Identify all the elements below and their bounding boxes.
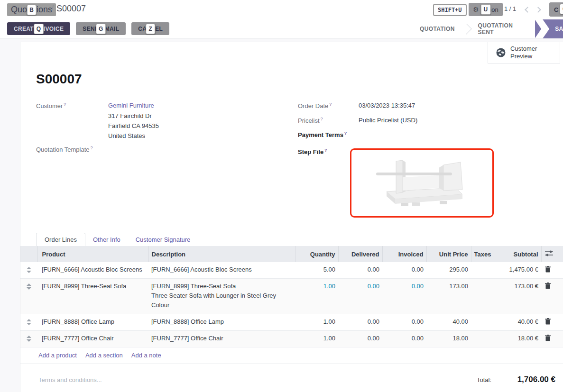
notebook-tabs: Order Lines Other Info Customer Signatur… (20, 232, 563, 246)
cell-delivered[interactable]: 0.00 (338, 314, 382, 331)
column-header-unit-price[interactable]: Unit Price (426, 246, 471, 262)
cell-quantity[interactable]: 1.00 (295, 331, 338, 347)
cell-taxes[interactable] (471, 331, 494, 347)
breadcrumb-quotations[interactable]: Quotations B (7, 3, 56, 16)
notebook: Order Lines Other Info Customer Signatur… (20, 232, 563, 392)
quotation-template-label: Quotation Template? (36, 146, 108, 153)
cell-quantity[interactable]: 1.00 (295, 279, 338, 314)
step-file-image[interactable] (350, 148, 494, 218)
tab-order-lines[interactable]: Order Lines (36, 233, 85, 246)
keyboard-hint-cutoff: C (560, 4, 563, 14)
delete-row-icon[interactable] (541, 314, 563, 331)
add-a-note-link[interactable]: Add a note (131, 352, 161, 359)
help-icon: ? (344, 131, 347, 136)
address-line: United States (108, 131, 159, 141)
delete-row-icon[interactable] (541, 279, 563, 314)
cell-delivered[interactable]: 0.00 (338, 331, 382, 347)
pricelist-label: Pricelist? (298, 117, 359, 124)
optional-columns-header (541, 246, 563, 262)
cell-taxes[interactable] (471, 262, 494, 279)
cell-description[interactable]: [FURN_6666] Acoustic Bloc Screens (148, 262, 295, 279)
cell-subtotal: 40.00 € (494, 314, 541, 331)
cell-taxes[interactable] (471, 314, 494, 331)
cell-product[interactable]: [FURN_8888] Office Lamp (37, 314, 148, 331)
step-file-field-row: Step File? (298, 148, 327, 155)
total-box: Total: 1,706.00 € (477, 369, 555, 384)
status-step-quotation[interactable]: QUOTATION (413, 26, 462, 32)
order-lines-table: Product Description Quantity Delivered I… (20, 246, 563, 347)
delete-row-icon[interactable] (541, 262, 563, 279)
pager-previous-icon[interactable] (525, 7, 531, 13)
cell-description[interactable]: [FURN_7777] Office Chair (148, 331, 295, 347)
handle-column-header (20, 246, 37, 262)
breadcrumb: /S00007 (51, 4, 86, 14)
pricelist-value[interactable]: Public Pricelist (USD) (359, 117, 417, 124)
column-header-description[interactable]: Description (148, 246, 295, 262)
column-header-invoiced[interactable]: Invoiced (382, 246, 426, 262)
total-value: 1,706.00 € (517, 375, 555, 384)
cell-delivered[interactable]: 0.00 (338, 262, 382, 279)
column-header-taxes[interactable]: Taxes (471, 246, 494, 262)
cell-unit-price[interactable]: 40.00 (426, 314, 471, 331)
cell-product[interactable]: [FURN_6666] Acoustic Bloc Screens (37, 262, 148, 279)
column-header-product[interactable]: Product (37, 246, 148, 262)
action-menu-button[interactable]: ⚙ Action U (469, 3, 503, 16)
table-row: [FURN_8888] Office Lamp [FURN_8888] Offi… (20, 314, 563, 331)
status-step-quotation-sent[interactable]: QUOTATION SENT (471, 22, 530, 36)
add-a-product-link[interactable]: Add a product (38, 352, 77, 359)
cutoff-button[interactable]: C C (549, 2, 563, 17)
step-file-label: Step File? (298, 148, 327, 155)
total-label: Total: (477, 376, 491, 383)
optional-columns-icon[interactable] (545, 249, 554, 257)
customer-field-row: Customer? Gemini Furniture 317 Fairchild… (36, 102, 159, 141)
help-icon: ? (91, 146, 93, 150)
cell-product[interactable]: [FURN_8999] Three-Seat Sofa (37, 279, 148, 314)
drag-handle-icon[interactable] (20, 314, 37, 331)
cell-delivered[interactable]: 0.00 (338, 279, 382, 314)
cell-product[interactable]: [FURN_7777] Office Chair (37, 331, 148, 347)
customer-value: Gemini Furniture 317 Fairchild Dr Fairfi… (108, 102, 159, 141)
cell-unit-price[interactable]: 295.00 (426, 262, 471, 279)
cell-quantity[interactable]: 5.00 (295, 262, 338, 279)
tab-other-info[interactable]: Other Info (85, 233, 128, 246)
table-header-row: Product Description Quantity Delivered I… (20, 246, 563, 262)
keyboard-hint-action: U (481, 4, 491, 15)
cell-taxes[interactable] (471, 279, 494, 314)
send-email-button[interactable]: SEND EMAIL G (76, 22, 126, 35)
table-row: [FURN_7777] Office Chair [FURN_7777] Off… (20, 331, 563, 347)
cell-invoiced[interactable]: 0.00 (382, 279, 426, 314)
cell-quantity[interactable]: 1.00 (295, 314, 338, 331)
cell-invoiced[interactable]: 0.00 (382, 331, 426, 347)
cell-invoiced[interactable]: 0.00 (382, 262, 426, 279)
cell-description[interactable]: [FURN_8888] Office Lamp (148, 314, 295, 331)
drag-handle-icon[interactable] (20, 279, 37, 314)
drag-handle-icon[interactable] (20, 331, 37, 347)
cell-unit-price[interactable]: 18.00 (426, 331, 471, 347)
breadcrumb-current: S00007 (56, 4, 86, 13)
payment-terms-label: Payment Terms? (298, 131, 359, 138)
cancel-button[interactable]: CANCEL Z (131, 22, 169, 35)
column-header-quantity[interactable]: Quantity (295, 246, 338, 262)
cell-unit-price[interactable]: 173.00 (426, 279, 471, 314)
column-header-delivered[interactable]: Delivered (338, 246, 382, 262)
order-date-value[interactable]: 03/03/2023 13:35:47 (359, 102, 415, 109)
keyboard-hint-cancel: Z (146, 24, 155, 34)
customer-link[interactable]: Gemini Furniture (108, 102, 154, 109)
create-invoice-button[interactable]: CREATE INVOICE Q (7, 22, 70, 35)
column-header-subtotal[interactable]: Subtotal (494, 246, 541, 262)
cutoff-button-label: C (554, 6, 558, 13)
order-date-label: Order Date? (298, 102, 359, 109)
address-line: 317 Fairchild Dr (108, 111, 159, 121)
tab-customer-signature[interactable]: Customer Signature (128, 233, 198, 246)
pager-next-icon[interactable] (535, 7, 541, 13)
help-icon: ? (64, 102, 66, 107)
delete-row-icon[interactable] (541, 331, 563, 347)
customer-preview-button[interactable]: Customer Preview (488, 42, 560, 64)
cell-invoiced[interactable]: 0.00 (382, 314, 426, 331)
cell-description[interactable]: [FURN_8999] Three-Seat Sofa Three Seater… (148, 279, 295, 314)
add-a-section-link[interactable]: Add a section (85, 352, 123, 359)
terms-and-conditions-input[interactable]: Terms and conditions... (38, 376, 102, 383)
payment-terms-field-row: Payment Terms? (298, 131, 359, 138)
status-step-sales-order[interactable]: SALES ORDER (543, 19, 563, 38)
drag-handle-icon[interactable] (20, 262, 37, 279)
